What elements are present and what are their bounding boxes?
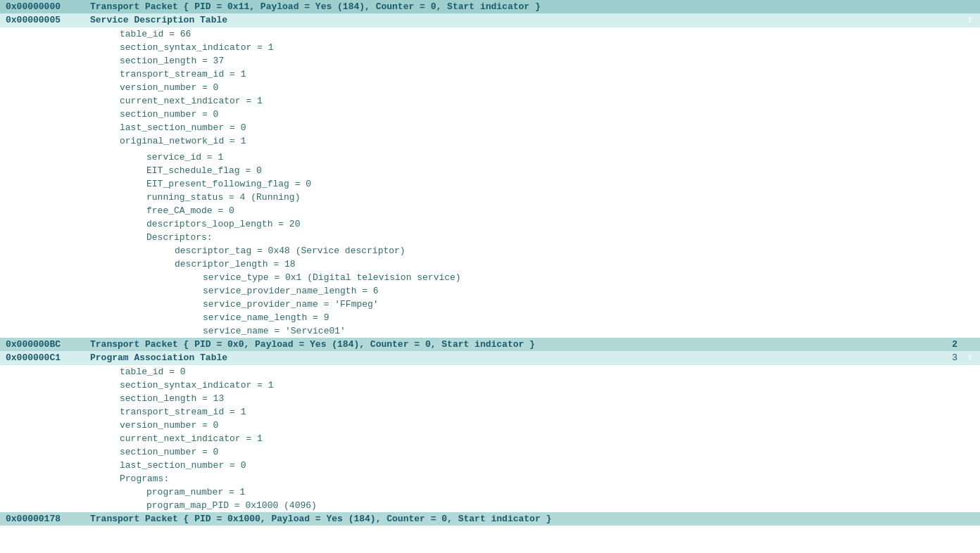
content-cell: Program Association Table (84, 351, 932, 365)
address-cell (0, 405, 84, 419)
content-cell: EIT_present_following_flag = 0 (84, 177, 932, 191)
log-table: 0x00000000Transport Packet { PID = 0x11,… (0, 0, 980, 526)
content-row: section_length = 13 (0, 392, 980, 405)
num-cell (932, 217, 960, 231)
arrow-cell (960, 405, 980, 419)
arrow-cell (960, 244, 980, 258)
num-cell (932, 271, 960, 284)
num-cell (932, 284, 960, 298)
address-cell (0, 472, 84, 485)
address-cell (0, 311, 84, 324)
address-cell (0, 298, 84, 311)
num-cell (932, 258, 960, 271)
arrow-cell (960, 68, 980, 81)
arrow-cell (960, 324, 980, 338)
address-cell (0, 258, 84, 271)
num-cell (932, 485, 960, 499)
num-cell (932, 41, 960, 54)
address-cell (0, 204, 84, 217)
num-cell (932, 27, 960, 41)
log-viewer[interactable]: 0x00000000Transport Packet { PID = 0x11,… (0, 0, 980, 553)
packet-row[interactable]: 0x000000BCTransport Packet { PID = 0x0, … (0, 338, 980, 351)
arrow-cell (960, 271, 980, 284)
collapse-button[interactable]: ⇑ (960, 13, 980, 27)
content-cell: transport_stream_id = 1 (84, 68, 932, 81)
num-cell (932, 108, 960, 121)
address-cell (0, 271, 84, 284)
num-cell (932, 134, 960, 148)
content-row: section_syntax_indicator = 1 (0, 41, 980, 54)
address-cell (0, 108, 84, 121)
address-cell: 0x00000000 (0, 0, 84, 13)
content-cell: version_number = 0 (84, 419, 932, 432)
num-cell (932, 177, 960, 191)
arrow-cell (960, 231, 980, 244)
num-cell: 3 (932, 351, 960, 365)
content-row: service_name_length = 9 (0, 311, 980, 324)
num-cell (932, 81, 960, 94)
arrow-cell (960, 151, 980, 164)
arrow-cell (960, 27, 980, 41)
address-cell (0, 244, 84, 258)
arrow-cell[interactable] (960, 0, 980, 13)
address-cell (0, 164, 84, 177)
address-cell (0, 217, 84, 231)
content-cell: section_number = 0 (84, 108, 932, 121)
content-row: EIT_present_following_flag = 0 (0, 177, 980, 191)
num-cell (932, 392, 960, 405)
num-cell (932, 244, 960, 258)
arrow-cell (960, 472, 980, 485)
content-cell: section_syntax_indicator = 1 (84, 379, 932, 392)
arrow-cell (960, 298, 980, 311)
chevron-up-icon: ⇑ (967, 352, 974, 364)
content-cell: table_id = 0 (84, 365, 932, 379)
content-cell: section_length = 13 (84, 392, 932, 405)
packet-row[interactable]: 0x00000178Transport Packet { PID = 0x100… (0, 512, 980, 526)
address-cell (0, 121, 84, 134)
arrow-cell (960, 379, 980, 392)
content-cell: service_type = 0x1 (Digital television s… (84, 271, 932, 284)
section-header-row[interactable]: 0x00000005Service Description Table⇑ (0, 13, 980, 27)
content-cell: descriptor_tag = 0x48 (Service descripto… (84, 244, 932, 258)
num-cell (932, 298, 960, 311)
num-cell (932, 54, 960, 68)
content-row: descriptor_tag = 0x48 (Service descripto… (0, 244, 980, 258)
content-row: running_status = 4 (Running) (0, 191, 980, 204)
collapse-button[interactable]: ⇑ (960, 351, 980, 365)
arrow-cell[interactable] (960, 338, 980, 351)
packet-row[interactable]: 0x00000000Transport Packet { PID = 0x11,… (0, 0, 980, 13)
content-row: service_provider_name_length = 6 (0, 284, 980, 298)
content-cell: free_CA_mode = 0 (84, 204, 932, 217)
arrow-cell (960, 134, 980, 148)
arrow-cell (960, 177, 980, 191)
num-cell (932, 311, 960, 324)
arrow-cell (960, 432, 980, 445)
address-cell: 0x000000C1 (0, 351, 84, 365)
num-cell (932, 419, 960, 432)
num-cell (932, 379, 960, 392)
content-row: section_length = 37 (0, 54, 980, 68)
num-cell (932, 432, 960, 445)
content-row: service_provider_name = 'FFmpeg' (0, 298, 980, 311)
content-row: Programs: (0, 472, 980, 485)
address-cell (0, 419, 84, 432)
content-cell: current_next_indicator = 1 (84, 94, 932, 108)
section-header-row[interactable]: 0x000000C1Program Association Table3⇑ (0, 351, 980, 365)
address-cell (0, 68, 84, 81)
content-row: Descriptors: (0, 231, 980, 244)
content-cell: section_length = 37 (84, 54, 932, 68)
content-cell: table_id = 66 (84, 27, 932, 41)
address-cell: 0x00000005 (0, 13, 84, 27)
content-row: version_number = 0 (0, 419, 980, 432)
chevron-up-icon: ⇑ (967, 14, 974, 27)
address-cell (0, 177, 84, 191)
content-cell: service_provider_name_length = 6 (84, 284, 932, 298)
arrow-cell (960, 499, 980, 512)
address-cell (0, 134, 84, 148)
arrow-cell[interactable] (960, 512, 980, 526)
arrow-cell (960, 108, 980, 121)
content-cell: service_id = 1 (84, 151, 932, 164)
content-row: transport_stream_id = 1 (0, 68, 980, 81)
content-cell: Descriptors: (84, 231, 932, 244)
content-row: current_next_indicator = 1 (0, 94, 980, 108)
